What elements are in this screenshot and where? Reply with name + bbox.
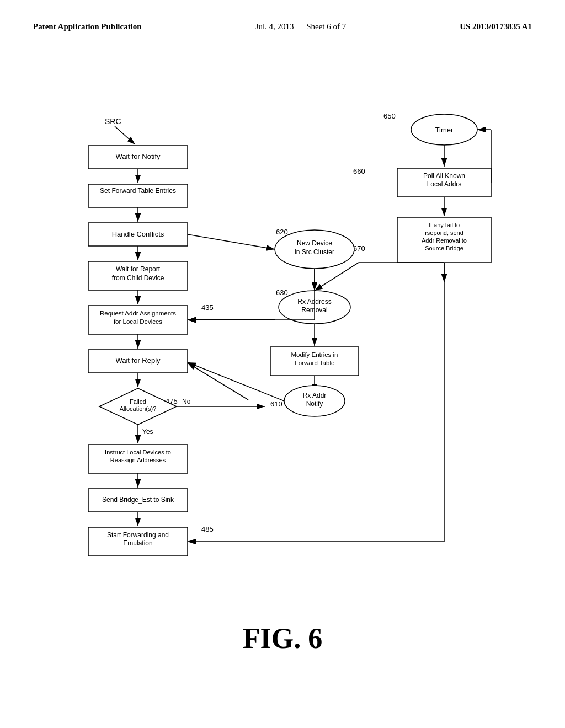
num-620: 620 <box>276 228 288 236</box>
modify-entries-text1: Modify Entries in <box>291 351 338 358</box>
poll-all-text2: Local Addrs <box>427 180 462 188</box>
rx-addr-notify-text2: Notify <box>306 400 323 408</box>
if-any-fail-text4: Source Bridge <box>425 245 463 251</box>
yes-label: Yes <box>142 428 153 436</box>
num-485: 485 <box>201 525 214 533</box>
if-any-fail-text1: If any fail to <box>429 222 460 228</box>
new-device-text2: in Src Cluster <box>295 248 334 256</box>
modify-entries-text2: Forward Table <box>295 360 335 366</box>
set-forward-text1: Set Forward Table Entries <box>100 187 176 195</box>
num-650: 650 <box>383 112 396 120</box>
poll-all-text1: Poll All Known <box>423 172 465 180</box>
header-right: US 2013/0173835 A1 <box>460 22 532 31</box>
num-670: 670 <box>353 244 365 253</box>
header-date: Jul. 4, 2013 <box>255 22 294 31</box>
wait-report-text1: Wait for Report <box>116 265 161 273</box>
handle-conflicts-text: Handle Conflicts <box>112 230 164 238</box>
start-forward-text1: Start Forwarding and <box>107 531 169 539</box>
wait-reply-text: Wait for Reply <box>115 356 161 365</box>
header-left: Patent Application Publication <box>33 22 142 31</box>
header-sheet: Sheet 6 of 7 <box>306 22 346 31</box>
if-any-fail-text3: Addr Removal to <box>422 237 467 244</box>
diagram-area: SRC Wait for Notify Set Forward Table En… <box>33 37 532 671</box>
if-any-fail-text2: rsepond, send <box>425 229 463 236</box>
src-arrow <box>115 126 135 144</box>
send-bridge-text: Send Bridge_Est to Sink <box>102 496 174 504</box>
num-630: 630 <box>276 288 288 297</box>
wait-report-text2: from Child Device <box>112 274 164 282</box>
num-660: 660 <box>353 167 365 175</box>
new-device-text1: New Device <box>297 239 332 247</box>
no-label: No <box>182 398 191 405</box>
page: Patent Application Publication Jul. 4, 2… <box>0 0 565 728</box>
start-forward-text2: Emulation <box>123 539 152 547</box>
header-center: Jul. 4, 2013 Sheet 6 of 7 <box>255 22 347 31</box>
header: Patent Application Publication Jul. 4, 2… <box>33 22 532 31</box>
wait-notify-text: Wait for Notify <box>115 152 161 160</box>
failed-alloc-text2: Allocation(s)? <box>120 405 157 412</box>
instruct-local-text2: Reassign Addresses <box>110 457 166 463</box>
flowchart-svg: SRC Wait for Notify Set Forward Table En… <box>33 37 532 671</box>
rx-notify-to-wait-reply <box>188 363 248 400</box>
num-435: 435 <box>201 303 214 312</box>
src-label: SRC <box>105 117 121 126</box>
handle-to-new-device <box>188 234 275 249</box>
request-addr-text2: for Local Devices <box>114 318 162 325</box>
instruct-local-text1: Instruct Local Devices to <box>105 449 171 456</box>
rx-addr-notify-text1: Rx Addr <box>303 392 327 399</box>
notify-to-wait-reply <box>188 362 284 401</box>
failed-alloc-text1: Failed <box>130 398 146 405</box>
num-610: 610 <box>270 400 282 408</box>
figure-label: FIG. 6 <box>33 622 532 655</box>
timer-text: Timer <box>435 126 454 134</box>
request-addr-text1: Request Addr Assignments <box>100 310 176 317</box>
